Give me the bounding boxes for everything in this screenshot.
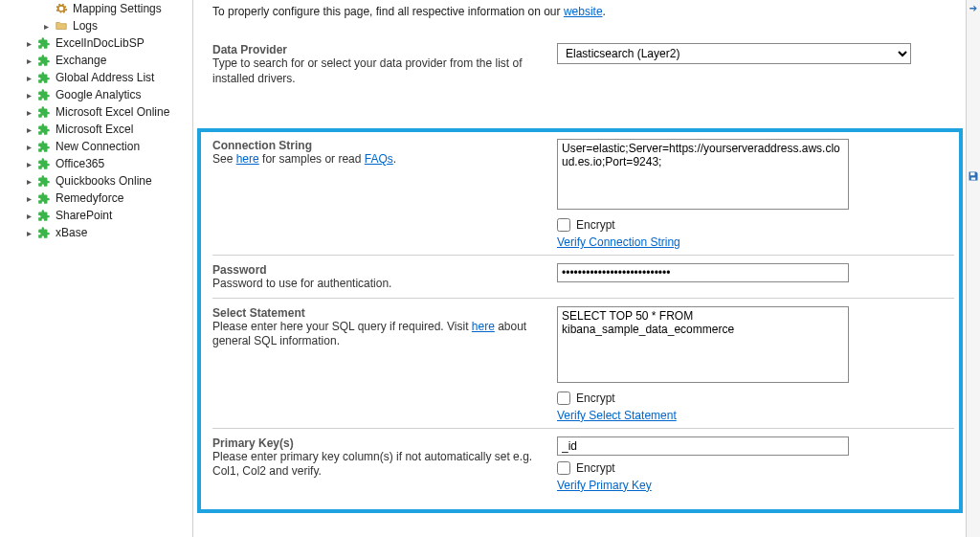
verify-connection-string-link[interactable]: Verify Connection String: [557, 235, 680, 249]
tree-item-excel[interactable]: ▸ Microsoft Excel: [0, 121, 192, 138]
select-statement-desc: Please enter here your SQL query if requ…: [212, 320, 546, 349]
main-panel: To properly configure this page, find al…: [193, 0, 966, 537]
select-statement-input[interactable]: SELECT TOP 50 * FROM kibana_sample_data_…: [557, 306, 849, 383]
website-link[interactable]: website: [564, 5, 603, 18]
tree-item-google-analytics[interactable]: ▸ Google Analytics: [0, 86, 192, 103]
puzzle-icon: [36, 225, 52, 240]
chevron-right-icon: ▸: [27, 228, 36, 238]
chevron-right-icon: ▸: [27, 142, 36, 152]
verify-primary-key-link[interactable]: Verify Primary Key: [557, 479, 652, 492]
password-title: Password: [212, 263, 546, 277]
svg-rect-0: [970, 172, 975, 175]
folder-icon: [54, 18, 69, 34]
chevron-right-icon: ▸: [27, 159, 36, 169]
chevron-right-icon: ▸: [27, 56, 36, 66]
primary-key-input[interactable]: [557, 436, 849, 456]
password-input[interactable]: [557, 263, 849, 282]
tree-label: Microsoft Excel Online: [56, 105, 169, 119]
tree-label: Microsoft Excel: [56, 123, 133, 136]
section-password: Password Password to use for authenticat…: [212, 255, 954, 298]
puzzle-icon: [36, 190, 52, 206]
tree-label: New Connection: [56, 140, 140, 153]
section-select-statement: Select Statement Please enter here your …: [212, 298, 954, 428]
section-connection-string: Connection String See here for samples o…: [212, 130, 954, 255]
svg-rect-1: [971, 178, 976, 180]
chevron-right-icon: ▸: [27, 73, 36, 83]
primary-key-title: Primary Key(s): [212, 436, 546, 450]
puzzle-icon: [36, 53, 52, 68]
connection-string-desc: See here for samples or read FAQs.: [212, 152, 546, 168]
tree-label: Logs: [73, 19, 98, 33]
chevron-right-icon: ▸: [44, 21, 54, 32]
tree-label: Remedyforce: [56, 191, 123, 205]
tree-item-quickbooks[interactable]: ▸ Quickbooks Online: [0, 172, 192, 190]
tree-label: Office365: [56, 157, 104, 170]
here-link[interactable]: here: [472, 320, 495, 333]
tree-label: Global Address List: [56, 71, 154, 84]
connection-string-title: Connection String: [212, 139, 546, 152]
puzzle-icon: [36, 122, 52, 137]
data-provider-select[interactable]: Elasticsearch (Layer2): [557, 43, 911, 64]
section-data-provider: Data Provider Type to search for or sele…: [212, 35, 954, 92]
tree-item-mapping-settings[interactable]: Mapping Settings: [0, 0, 192, 17]
intro-text: To properly configure this page, find al…: [212, 5, 954, 18]
arrow-icon[interactable]: [968, 2, 979, 13]
tree-label: SharePoint: [56, 209, 112, 222]
connection-string-input[interactable]: User=elastic;Server=https://yourserverad…: [557, 139, 849, 210]
chevron-right-icon: ▸: [27, 211, 36, 221]
floppy-icon[interactable]: [968, 170, 979, 182]
tree-label: Exchange: [56, 54, 106, 67]
encrypt-pk-checkbox[interactable]: [557, 461, 570, 475]
tree-item-gal[interactable]: ▸ Global Address List: [0, 69, 192, 86]
faqs-link[interactable]: FAQs: [365, 152, 393, 166]
tree-item-logs[interactable]: ▸ Logs: [0, 17, 192, 34]
tree-label: xBase: [56, 226, 87, 239]
encrypt-connstring-checkbox[interactable]: [557, 218, 570, 232]
tree-item-exchange[interactable]: ▸ Exchange: [0, 52, 192, 69]
section-primary-key: Primary Key(s) Please enter primary key …: [212, 428, 954, 498]
encrypt-label: Encrypt: [576, 392, 615, 405]
puzzle-icon: [36, 87, 52, 102]
tree-label: Quickbooks Online: [56, 174, 152, 188]
tree-item-new-connection[interactable]: ▸ New Connection: [0, 138, 192, 155]
tree-item-sharepoint[interactable]: ▸ SharePoint: [0, 207, 192, 224]
tree-label: ExcelInDocLibSP: [56, 36, 145, 50]
right-strip: [966, 0, 980, 537]
chevron-right-icon: ▸: [27, 38, 36, 49]
tree-item-excelindoclibsp[interactable]: ▸ ExcelInDocLibSP: [0, 34, 192, 52]
puzzle-icon: [36, 173, 52, 189]
tree-item-office365[interactable]: ▸ Office365: [0, 155, 192, 172]
encrypt-select-checkbox[interactable]: [557, 392, 570, 405]
puzzle-icon: [36, 70, 52, 85]
intro-prefix: To properly configure this page, find al…: [212, 5, 564, 18]
select-statement-title: Select Statement: [212, 306, 546, 320]
puzzle-icon: [36, 156, 52, 171]
chevron-right-icon: ▸: [27, 176, 36, 187]
tree-label: Mapping Settings: [73, 2, 162, 15]
encrypt-label: Encrypt: [576, 218, 615, 232]
here-link[interactable]: here: [236, 152, 259, 166]
tree-item-remedyforce[interactable]: ▸ Remedyforce: [0, 190, 192, 207]
puzzle-icon: [36, 104, 52, 120]
tree-label: Google Analytics: [56, 88, 141, 101]
puzzle-icon: [36, 35, 52, 51]
intro-suffix: .: [603, 5, 606, 18]
chevron-right-icon: ▸: [27, 193, 36, 204]
sidebar-tree: Mapping Settings ▸ Logs ▸ ExcelInDocLibS…: [0, 0, 193, 537]
verify-select-statement-link[interactable]: Verify Select Statement: [557, 409, 677, 422]
primary-key-desc: Please enter primary key column(s) if no…: [212, 450, 546, 480]
gear-icon: [54, 1, 69, 16]
password-desc: Password to use for authentication.: [212, 277, 546, 292]
data-provider-desc: Type to search for or select your data p…: [212, 56, 546, 86]
tree-item-excel-online[interactable]: ▸ Microsoft Excel Online: [0, 103, 192, 121]
chevron-right-icon: ▸: [27, 90, 36, 101]
encrypt-label: Encrypt: [576, 461, 615, 475]
tree-item-xbase[interactable]: ▸ xBase: [0, 224, 192, 241]
data-provider-title: Data Provider: [212, 43, 546, 56]
chevron-right-icon: ▸: [27, 124, 36, 135]
puzzle-icon: [36, 208, 52, 223]
chevron-right-icon: ▸: [27, 107, 36, 118]
puzzle-icon: [36, 139, 52, 154]
